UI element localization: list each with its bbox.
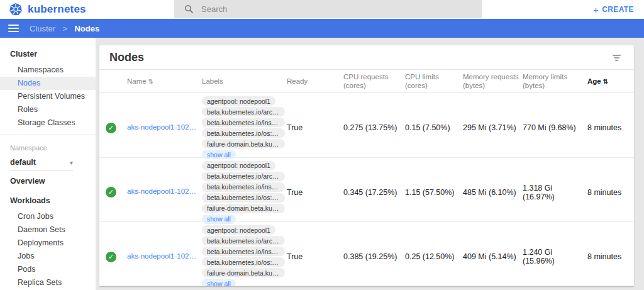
page-title: Nodes xyxy=(109,51,144,64)
sidebar-item-storage-classes[interactable]: Storage Classes xyxy=(0,116,96,130)
ready-cell: True xyxy=(287,252,343,261)
kubernetes-wheel-icon xyxy=(9,3,23,16)
label-chip: agentpool: nodepool1 xyxy=(202,161,275,170)
sidebar-item-deployments[interactable]: Deployments xyxy=(0,237,96,250)
column-header-cpu-limits: CPU limits (cores) xyxy=(405,72,463,90)
label-chip: beta.kubernetes.io/os: linux xyxy=(202,193,285,203)
node-ready-check-icon: ✓ xyxy=(106,123,116,133)
breadcrumb: Cluster > Nodes xyxy=(30,24,99,33)
create-button-label: CREATE xyxy=(602,5,634,14)
chevron-down-icon: ▾ xyxy=(70,159,73,166)
namespace-label: Namespace xyxy=(0,140,96,152)
chevron-right-icon: > xyxy=(63,25,67,33)
main-content: Nodes Name⇅ Labels Ready CPU requests (c… xyxy=(96,38,644,290)
label-chip: beta.kubernetes.io/instance-t... xyxy=(202,247,285,256)
cpu-requests-cell: 0.345 (17.25%) xyxy=(343,188,405,197)
cpu-requests-cell: 0.385 (19.25%) xyxy=(343,252,405,261)
search-input[interactable] xyxy=(201,4,440,14)
memory-requests-cell: 485 Mi (6.10%) xyxy=(463,188,523,197)
column-header-labels: Labels xyxy=(202,77,287,86)
sidebar-section-cluster[interactable]: Cluster xyxy=(0,44,96,64)
sidebar-item-roles[interactable]: Roles xyxy=(0,103,96,116)
plus-icon: + xyxy=(593,4,599,15)
label-chip: failure-domain.beta.kubernet... xyxy=(202,268,285,277)
sidebar-nav: Cluster Namespaces Nodes Persistent Volu… xyxy=(0,38,96,290)
table-row: ✓ aks-nodepool1-10230590-vm... agentpool… xyxy=(99,93,634,158)
label-chip: beta.kubernetes.io/os: linux xyxy=(202,128,285,138)
ready-cell: True xyxy=(287,123,343,132)
sidebar-divider xyxy=(0,135,96,135)
sidebar-item-nodes[interactable]: Nodes xyxy=(0,77,96,90)
memory-requests-cell: 295 Mi (3.71%) xyxy=(463,123,523,132)
node-name-link[interactable]: aks-nodepool1-10230590-vm... xyxy=(127,123,197,131)
label-chip: beta.kubernetes.io/arch: amd... xyxy=(202,236,285,245)
labels-cell: agentpool: nodepool1 beta.kubernetes.io/… xyxy=(202,93,287,162)
cpu-requests-cell: 0.275 (13.75%) xyxy=(343,123,405,132)
age-cell: 8 minutes xyxy=(587,123,629,132)
sidebar-item-namespaces[interactable]: Namespaces xyxy=(0,64,96,77)
label-chip: failure-domain.beta.kubernet... xyxy=(202,139,285,148)
cpu-limits-cell: 0.25 (12.50%) xyxy=(405,252,463,261)
label-chip: beta.kubernetes.io/os: linux xyxy=(202,257,285,267)
breadcrumb-current-page: Nodes xyxy=(74,24,99,33)
namespace-selected-value: default xyxy=(10,158,36,167)
top-app-bar: kubernetes + CREATE xyxy=(0,0,644,19)
sort-icon: ⇅ xyxy=(148,78,153,85)
label-chip: agentpool: nodepool1 xyxy=(202,96,275,106)
node-ready-check-icon: ✓ xyxy=(106,187,116,198)
labels-cell: agentpool: nodepool1 beta.kubernetes.io/… xyxy=(202,158,287,227)
memory-requests-cell: 409 Mi (5.14%) xyxy=(463,252,523,261)
age-cell: 8 minutes xyxy=(587,188,629,197)
label-chip: beta.kubernetes.io/instance-t... xyxy=(202,118,285,127)
filter-icon[interactable] xyxy=(611,53,623,63)
hamburger-menu-icon[interactable] xyxy=(8,25,19,32)
sidebar-item-replica-sets[interactable]: Replica Sets xyxy=(0,276,96,289)
nodes-card: Nodes Name⇅ Labels Ready CPU requests (c… xyxy=(99,45,634,286)
column-header-cpu-requests: CPU requests (cores) xyxy=(343,72,405,90)
table-header-row: Name⇅ Labels Ready CPU requests (cores) … xyxy=(99,70,634,93)
node-name-link[interactable]: aks-nodepool1-10230590-vm... xyxy=(127,187,197,195)
sidebar-item-daemon-sets[interactable]: Daemon Sets xyxy=(0,223,96,237)
label-chip: beta.kubernetes.io/arch: amd... xyxy=(202,172,285,181)
sidebar-item-persistent-volumes[interactable]: Persistent Volumes xyxy=(0,90,96,103)
node-name-link[interactable]: aks-nodepool1-10230590-vm... xyxy=(127,252,197,260)
table-row: ✓ aks-nodepool1-10230590-vm... agentpool… xyxy=(99,222,634,286)
search-bar[interactable] xyxy=(174,0,482,18)
column-header-memory-requests: Memory requests (bytes) xyxy=(463,72,523,90)
show-all-labels-button[interactable]: show all xyxy=(202,279,236,286)
age-cell: 8 minutes xyxy=(587,252,629,261)
sidebar-item-overview[interactable]: Overview xyxy=(0,171,96,191)
sidebar-item-pods[interactable]: Pods xyxy=(0,263,96,276)
memory-limits-cell: 1.240 Gi (15.96%) xyxy=(523,248,587,265)
breadcrumb-bar: Cluster > Nodes xyxy=(0,19,644,38)
ready-cell: True xyxy=(287,188,343,197)
label-chip: beta.kubernetes.io/instance-t... xyxy=(202,182,285,192)
namespace-selector[interactable]: default ▾ xyxy=(10,155,73,171)
breadcrumb-cluster-link[interactable]: Cluster xyxy=(30,24,55,33)
label-chip: beta.kubernetes.io/arch: amd... xyxy=(202,107,285,116)
memory-limits-cell: 770 Mi (9.68%) xyxy=(523,123,587,132)
cpu-limits-cell: 1.15 (57.50%) xyxy=(405,188,463,197)
sort-icon: ⇅ xyxy=(603,78,608,85)
logo-text: kubernetes xyxy=(28,3,86,16)
label-chip: failure-domain.beta.kubernet... xyxy=(202,204,285,213)
search-icon xyxy=(184,4,194,14)
node-ready-check-icon: ✓ xyxy=(106,252,116,262)
sidebar-item-jobs[interactable]: Jobs xyxy=(0,250,96,263)
sidebar-section-workloads[interactable]: Workloads xyxy=(0,191,96,210)
table-row: ✓ aks-nodepool1-10230590-vm... agentpool… xyxy=(99,158,634,223)
labels-cell: agentpool: nodepool1 beta.kubernetes.io/… xyxy=(202,222,287,286)
label-chip: agentpool: nodepool1 xyxy=(202,225,275,235)
sidebar-item-cron-jobs[interactable]: Cron Jobs xyxy=(0,210,96,223)
column-header-ready: Ready xyxy=(287,77,343,86)
column-header-memory-limits: Memory limits (bytes) xyxy=(523,72,587,90)
kubernetes-logo: kubernetes xyxy=(0,3,86,16)
column-header-name[interactable]: Name⇅ xyxy=(127,77,202,86)
column-header-age[interactable]: Age⇅ xyxy=(587,77,629,86)
create-button[interactable]: + CREATE xyxy=(593,0,634,19)
memory-limits-cell: 1.318 Gi (16.97%) xyxy=(523,184,587,201)
cpu-limits-cell: 0.15 (7.50%) xyxy=(405,123,463,132)
